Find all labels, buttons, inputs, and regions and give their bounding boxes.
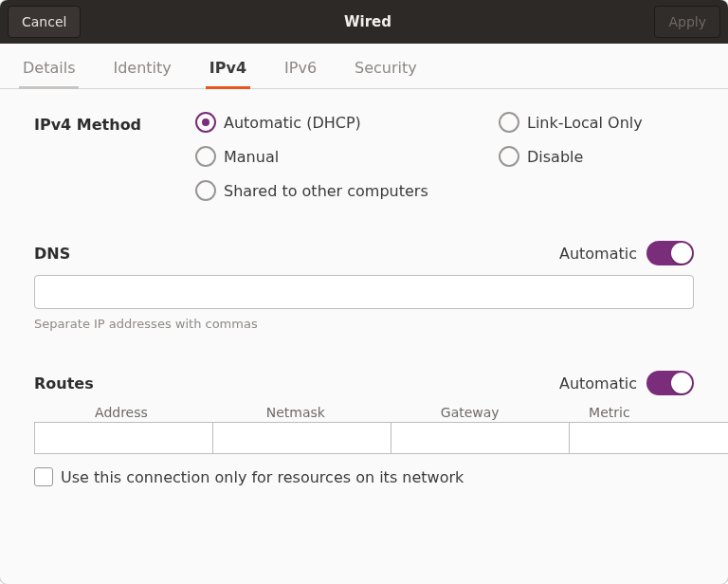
tab-identity[interactable]: Identity [109, 44, 174, 88]
route-address-input[interactable] [34, 422, 213, 454]
tab-ipv6[interactable]: IPv6 [281, 44, 320, 88]
dns-section: DNS Automatic Separate IP addresses with… [34, 241, 694, 331]
route-netmask-input[interactable] [213, 422, 391, 454]
radio-automatic-dhcp[interactable]: Automatic (DHCP) [195, 112, 499, 133]
dns-input[interactable] [34, 275, 694, 309]
routes-automatic-label: Automatic [559, 374, 637, 392]
cancel-button[interactable]: Cancel [8, 6, 81, 38]
apply-button[interactable]: Apply [654, 6, 720, 38]
ipv4-method-options: Automatic (DHCP) Link-Local Only Manual … [195, 112, 643, 201]
checkbox-icon [34, 467, 53, 486]
radio-icon [499, 146, 519, 167]
route-gateway-input[interactable] [391, 422, 570, 454]
network-settings-dialog: Cancel Wired Apply Details Identity IPv4… [0, 0, 728, 584]
col-netmask: Netmask [209, 405, 383, 420]
dns-label: DNS [34, 245, 70, 263]
radio-icon [195, 146, 216, 167]
only-resources-label: Use this connection only for resources o… [61, 468, 464, 486]
route-metric-input[interactable] [570, 422, 728, 454]
radio-disable[interactable]: Disable [499, 146, 643, 167]
tab-details[interactable]: Details [19, 44, 79, 88]
dns-header: DNS Automatic [34, 241, 694, 265]
switch-knob [671, 243, 692, 264]
tab-ipv4[interactable]: IPv4 [206, 44, 250, 88]
route-row [34, 422, 694, 454]
tab-bar: Details Identity IPv4 IPv6 Security [0, 44, 728, 89]
radio-label: Link-Local Only [527, 114, 643, 132]
radio-icon [499, 112, 519, 133]
radio-shared[interactable]: Shared to other computers [195, 180, 643, 201]
dns-automatic-label: Automatic [559, 245, 637, 263]
dialog-title: Wired [344, 13, 391, 30]
routes-header: Routes Automatic [34, 371, 694, 395]
col-actions [662, 405, 694, 420]
radio-label: Manual [224, 148, 279, 166]
routes-label: Routes [34, 374, 94, 392]
switch-knob [671, 373, 692, 393]
dns-automatic-switch[interactable] [646, 241, 694, 265]
radio-label: Disable [527, 148, 583, 166]
ipv4-method-row: IPv4 Method Automatic (DHCP) Link-Local … [34, 112, 694, 201]
col-metric: Metric [557, 405, 662, 420]
radio-label: Automatic (DHCP) [224, 114, 361, 132]
radio-icon [195, 112, 216, 133]
radio-icon [195, 180, 216, 201]
radio-link-local[interactable]: Link-Local Only [499, 112, 643, 133]
col-address: Address [34, 405, 209, 420]
ipv4-method-label: IPv4 Method [34, 112, 195, 134]
only-resources-checkbox[interactable]: Use this connection only for resources o… [34, 467, 694, 486]
radio-label: Shared to other computers [224, 182, 428, 200]
tab-security[interactable]: Security [351, 44, 421, 88]
routes-automatic-switch[interactable] [646, 371, 694, 395]
routes-column-headers: Address Netmask Gateway Metric [34, 405, 694, 420]
dns-automatic-toggle-wrap: Automatic [559, 241, 694, 265]
col-gateway: Gateway [383, 405, 557, 420]
ipv4-panel: IPv4 Method Automatic (DHCP) Link-Local … [0, 89, 728, 584]
dns-helper-text: Separate IP addresses with commas [34, 317, 694, 331]
headerbar: Cancel Wired Apply [0, 0, 728, 44]
radio-manual[interactable]: Manual [195, 146, 499, 167]
routes-automatic-toggle-wrap: Automatic [559, 371, 694, 395]
routes-section: Routes Automatic Address Netmask Gateway… [34, 371, 694, 486]
